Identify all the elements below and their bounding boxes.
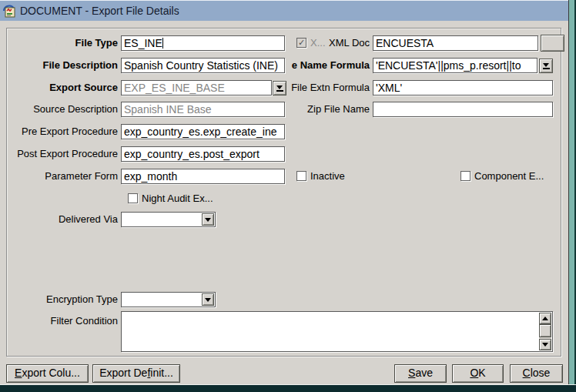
zip-file-name-label: Zip File Name (289, 102, 370, 117)
chevron-down-icon[interactable] (202, 293, 214, 306)
text-caret (162, 38, 163, 49)
scrollbar-thumb[interactable] (539, 324, 551, 337)
file-description-label: File Description (6, 58, 118, 73)
source-description-field[interactable]: Spanish INE Base (121, 102, 285, 117)
chevron-down-icon[interactable] (202, 213, 214, 226)
check-icon: ✓ (298, 38, 305, 47)
window-frame-right (568, 0, 576, 392)
arrow-down-icon (542, 343, 548, 347)
xml-doc-browse-button[interactable] (541, 35, 564, 52)
delivered-via-label: Delivered Via (6, 212, 118, 227)
document-form-icon (3, 5, 16, 18)
file-type-label: File Type (6, 35, 118, 51)
filter-condition-textarea[interactable] (121, 311, 553, 352)
encryption-type-label: Encryption Type (6, 292, 118, 307)
pre-export-procedure-field[interactable]: exp_country_es.exp_create_ine (121, 124, 285, 139)
night-audit-label: Night Audit Ex... (142, 191, 213, 206)
filter-condition-label: Filter Condition (6, 313, 118, 329)
filter-condition-scrollbar[interactable] (539, 313, 551, 350)
export-file-details-window: DOCUMENT - Export File Details File Type… (0, 0, 576, 392)
export-columns-button[interactable]: Export Colu... (6, 364, 89, 383)
export-source-label: Export Source (6, 80, 118, 95)
window-title: DOCUMENT - Export File Details (20, 5, 179, 17)
post-export-procedure-field[interactable]: exp_country_es.post_export (121, 146, 285, 162)
file-extn-formula-field[interactable]: 'XML' (373, 80, 553, 95)
zip-file-name-field[interactable] (373, 102, 553, 117)
inactive-label: Inactive (310, 169, 345, 184)
xml-checkbox[interactable]: ✓ (296, 38, 306, 48)
night-audit-checkbox[interactable] (128, 193, 138, 203)
close-button[interactable]: Close (510, 364, 563, 383)
scrollbar-down-button[interactable] (539, 339, 551, 350)
parameter-form-field[interactable]: exp_month (121, 169, 285, 184)
arrow-up-icon (542, 317, 548, 320)
file-description-field[interactable]: Spanish Country Statistics (INE) (121, 58, 285, 73)
xml-doc-label: XML Doc (316, 35, 370, 51)
file-name-formula-label: e Name Formula (282, 58, 370, 73)
export-source-lov-button[interactable] (273, 81, 286, 95)
encryption-type-combo[interactable] (121, 292, 216, 307)
file-name-formula-field[interactable]: 'ENCUESTA'||pms_p.resort||to (373, 58, 537, 73)
parameter-form-label: Parameter Form (6, 169, 118, 184)
component-export-checkbox[interactable] (460, 171, 471, 181)
title-bar: DOCUMENT - Export File Details (0, 0, 568, 21)
pre-export-procedure-label: Pre Export Procedure (6, 124, 118, 139)
window-frame-bottom (0, 384, 576, 392)
inactive-checkbox[interactable] (296, 171, 306, 181)
lov-arrow-icon (276, 85, 283, 92)
export-source-field[interactable]: EXP_ES_INE_BASE (121, 80, 272, 95)
delivered-via-combo[interactable] (121, 212, 216, 227)
file-extn-formula-label: File Extn Formula (289, 80, 370, 95)
post-export-procedure-label: Post Export Procedure (6, 146, 118, 162)
file-name-formula-lov-button[interactable] (539, 59, 553, 73)
scrollbar-up-button[interactable] (539, 313, 551, 324)
ok-button[interactable]: OK (452, 364, 504, 383)
source-description-label: Source Description (6, 102, 118, 117)
xml-doc-field[interactable]: ENCUESTA (373, 35, 538, 51)
file-type-field[interactable]: ES_INE (121, 35, 285, 51)
component-export-label: Component E... (474, 169, 544, 184)
lov-arrow-icon (543, 63, 550, 69)
save-button[interactable]: Save (394, 364, 447, 383)
export-definition-button[interactable]: Export Definit... (92, 364, 180, 383)
